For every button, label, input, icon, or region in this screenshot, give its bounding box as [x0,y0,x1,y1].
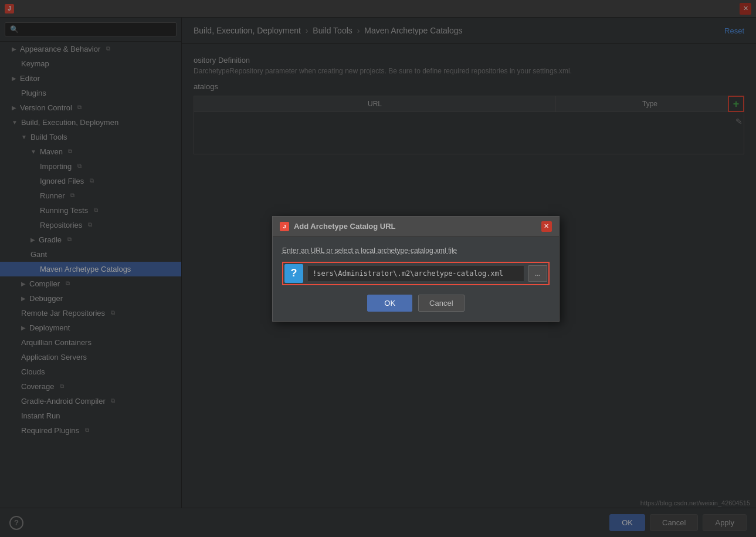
dialog-title-bar: J Add Archetype Catalog URL ✕ [273,217,559,237]
dialog-body: Enter an URL or select a local archetype… [273,237,559,321]
dialog-title-left: J Add Archetype Catalog URL [280,222,396,231]
dialog-cancel-button[interactable]: Cancel [418,295,464,312]
dialog-close-button[interactable]: ✕ [541,221,552,232]
dialog-title: Add Archetype Catalog URL [294,222,396,231]
dialog-ok-button[interactable]: OK [367,295,412,312]
browse-button[interactable]: ... [528,265,547,282]
dialog-buttons: OK Cancel [282,295,550,312]
dialog-desc: Enter an URL or select a local archetype… [282,246,550,255]
add-archetype-dialog: J Add Archetype Catalog URL ✕ Enter an U… [272,216,560,322]
dialog-input-row: ? ... [282,262,550,285]
question-icon: ? [284,264,303,283]
dialog-app-icon: J [280,222,289,231]
catalog-url-input[interactable] [308,266,524,281]
